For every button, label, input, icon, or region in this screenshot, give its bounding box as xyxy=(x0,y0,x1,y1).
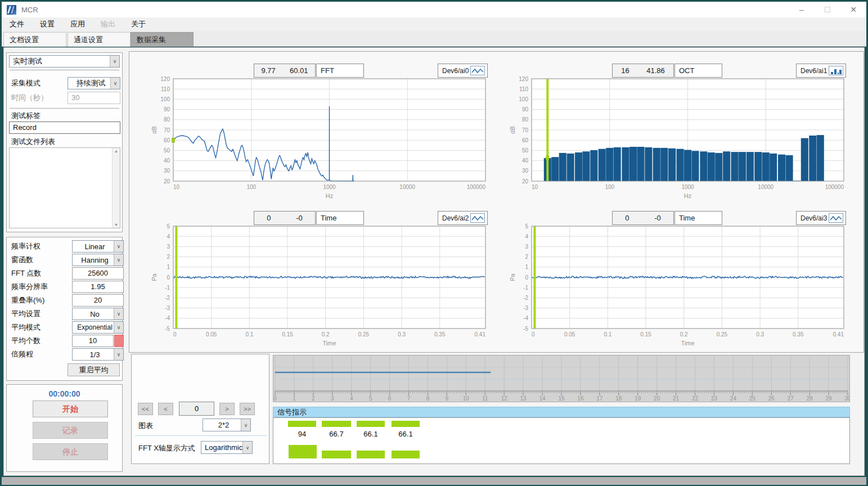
window-fn-select[interactable]: Hanning∨ xyxy=(72,254,124,266)
menu-about[interactable]: 关于 xyxy=(123,19,154,29)
signal-status-bar xyxy=(392,451,420,458)
param-label-fft-points: FFT 点数 xyxy=(11,268,41,278)
svg-text:20: 20 xyxy=(164,178,170,184)
acq-mode-select[interactable]: 持续测试 ∨ xyxy=(68,77,120,89)
overlap-input[interactable]: 20 xyxy=(72,294,124,307)
sidebar: 实时测试 ∨ 采集模式 持续测试 ∨ 时间（秒） 30 测试标签 Re xyxy=(6,51,123,472)
svg-text:110: 110 xyxy=(161,86,170,92)
page-number-field[interactable]: 0 xyxy=(179,402,214,416)
svg-text:Pa: Pa xyxy=(509,273,516,281)
svg-text:90: 90 xyxy=(164,106,170,112)
restart-average-button[interactable]: 重启平均 xyxy=(68,363,120,376)
time-ai3-chart-block: 0-0 Time Dev6/ai3 -5-4-3-2-101234500.050… xyxy=(492,208,849,349)
param-label-window-fn: 窗函数 xyxy=(11,255,33,265)
svg-text:80: 80 xyxy=(164,116,170,123)
svg-text:12: 12 xyxy=(501,395,508,402)
freq-weighting-select[interactable]: Linear∨ xyxy=(72,240,124,253)
fft-xaxis-mode-select[interactable]: Logarithmic∨ xyxy=(201,441,253,454)
tab-document-settings[interactable]: 文档设置 xyxy=(3,32,66,47)
octave-select[interactable]: 1/3∨ xyxy=(72,348,124,361)
display-options-panel: << < 0 > >> 图表 2*2∨ FFT X轴显示方式 Logarithm… xyxy=(131,354,269,464)
page-next-button[interactable]: > xyxy=(219,403,235,415)
avg-mode-select[interactable]: Exponential∨ xyxy=(72,321,124,334)
fft-chart-canvas[interactable]: 2030405060708090100110120101001000100001… xyxy=(134,61,491,201)
param-label-freq-resolution: 频率分辨率 xyxy=(11,282,48,292)
svg-text:80: 80 xyxy=(522,116,529,123)
svg-text:10000: 10000 xyxy=(758,184,773,190)
svg-text:28: 28 xyxy=(807,395,813,402)
svg-text:-2: -2 xyxy=(165,295,170,301)
test-file-list[interactable]: ▲ ▼ xyxy=(9,147,120,228)
menu-output: 输出 xyxy=(93,19,123,29)
acq-mode-label: 采集模式 xyxy=(11,78,41,88)
chevron-down-icon: ∨ xyxy=(114,308,123,320)
svg-text:100: 100 xyxy=(160,96,170,102)
menu-bar: 文件 设置 应用 输出 关于 xyxy=(2,17,866,31)
menu-settings[interactable]: 设置 xyxy=(32,19,62,29)
svg-text:-5: -5 xyxy=(165,326,170,332)
time-label: 时间（秒） xyxy=(11,93,48,103)
svg-text:90: 90 xyxy=(522,106,529,112)
page-first-button[interactable]: << xyxy=(138,403,153,415)
time-ai2-chart-canvas[interactable]: -5-4-3-2-101234500.050.10.150.20.250.30.… xyxy=(134,208,491,349)
svg-text:4: 4 xyxy=(167,233,170,240)
signal-level-bar xyxy=(288,421,316,427)
time-ai3-chart-canvas[interactable]: -5-4-3-2-101234500.050.10.150.20.250.30.… xyxy=(492,208,849,349)
test-mode-select[interactable]: 实时测试 ∨ xyxy=(9,55,120,68)
svg-text:0.41: 0.41 xyxy=(475,331,486,338)
svg-text:0.05: 0.05 xyxy=(564,331,575,338)
svg-text:0.2: 0.2 xyxy=(322,331,330,338)
menu-file[interactable]: 文件 xyxy=(2,19,32,29)
signal-level-bar xyxy=(357,421,385,427)
svg-text:3: 3 xyxy=(525,244,528,250)
avg-status-indicator xyxy=(114,335,124,347)
svg-text:10: 10 xyxy=(463,395,470,402)
svg-text:50: 50 xyxy=(164,147,170,154)
tab-data-acquisition[interactable]: 数据采集 xyxy=(131,32,194,47)
scroll-up-icon[interactable]: ▲ xyxy=(113,149,120,153)
fft-xaxis-mode-label: FFT X轴显示方式 xyxy=(138,443,195,453)
svg-text:0.15: 0.15 xyxy=(640,331,651,338)
timeline-canvas[interactable]: 0123456789101112131415161718192021222324… xyxy=(273,355,850,402)
svg-text:5: 5 xyxy=(525,223,528,230)
svg-text:0: 0 xyxy=(525,274,528,281)
svg-text:24: 24 xyxy=(730,395,737,402)
minimize-icon[interactable]: – xyxy=(789,2,815,17)
svg-text:0.05: 0.05 xyxy=(206,331,217,338)
test-label-input[interactable]: Record xyxy=(9,122,120,134)
svg-text:-2: -2 xyxy=(523,295,528,301)
page-last-button[interactable]: >> xyxy=(240,403,255,415)
scroll-down-icon[interactable]: ▼ xyxy=(113,223,120,227)
maximize-icon[interactable]: ☐ xyxy=(815,2,840,17)
oct-chart-canvas[interactable]: 2030405060708090100110120101001000100001… xyxy=(492,61,849,201)
signal-status-bar xyxy=(322,451,351,458)
svg-text:0.35: 0.35 xyxy=(793,331,804,338)
page-prev-button[interactable]: < xyxy=(158,403,173,415)
svg-text:2: 2 xyxy=(167,254,170,260)
timeline-panel[interactable]: 0123456789101112131415161718192021222324… xyxy=(273,355,850,402)
tab-channel-settings[interactable]: 通道设置 xyxy=(68,32,131,47)
freq-resolution-input[interactable]: 1.95 xyxy=(72,281,124,293)
svg-text:0: 0 xyxy=(273,395,277,402)
svg-text:10000: 10000 xyxy=(399,184,415,190)
signal-level-bar xyxy=(392,421,420,427)
close-icon[interactable]: ✕ xyxy=(840,2,866,17)
fft-points-input[interactable]: 25600 xyxy=(72,267,124,280)
svg-text:26: 26 xyxy=(768,395,775,402)
svg-text:dB: dB xyxy=(509,126,516,133)
elapsed-timer: 00:00:00 xyxy=(7,389,122,398)
svg-text:-1: -1 xyxy=(165,285,170,291)
svg-text:16: 16 xyxy=(577,395,584,402)
svg-text:50: 50 xyxy=(522,147,529,154)
scrollbar[interactable]: ▲ ▼ xyxy=(112,148,120,228)
svg-text:100000: 100000 xyxy=(467,184,486,190)
start-button[interactable]: 开始 xyxy=(33,400,108,417)
avg-setting-select[interactable]: No∨ xyxy=(72,308,124,320)
menu-application[interactable]: 应用 xyxy=(62,19,93,29)
signal-level-bar xyxy=(322,421,351,427)
chart-layout-select[interactable]: 2*2∨ xyxy=(203,418,251,431)
avg-count-input[interactable]: 10 xyxy=(72,335,114,347)
test-label-label: 测试标签 xyxy=(11,111,41,121)
svg-text:Time: Time xyxy=(322,340,336,346)
chevron-down-icon: ∨ xyxy=(114,322,123,333)
